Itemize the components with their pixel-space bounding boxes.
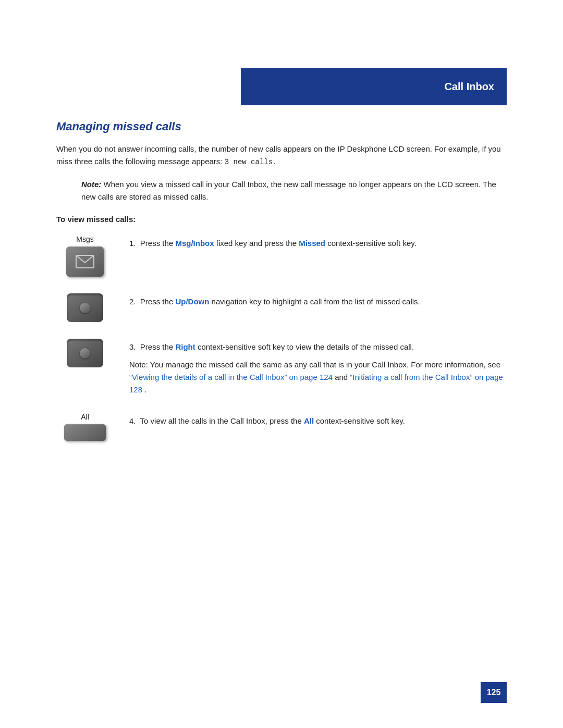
nav-center-2 [80,303,90,313]
envelope-icon [75,254,95,269]
step-icon-area-1: Msgs [56,235,114,277]
step-row-3: 3. Press the Right context-sensitive sof… [56,339,507,396]
step-text-4: 4. To view all the calls in the Call Inb… [129,413,507,427]
header-title: Call Inbox [444,81,494,93]
all-soft-key-button [64,424,106,441]
intro-code: 3 new calls. [225,158,277,166]
step3-note-text: You manage the missed call the same as a… [150,360,500,369]
page-number-box: 125 [481,682,507,703]
header-banner: Call Inbox [241,68,507,105]
step3-note-and: and [335,373,350,381]
step3-note-end: . [144,385,146,394]
note-block-1: Note: When you view a missed call in you… [81,178,507,203]
step-row-4: All 4. To view all the calls in the Call… [56,413,507,441]
step2-key1: Up/Down [175,297,209,306]
step1-key1: Msg/Inbox [175,239,214,248]
steps-container: Msgs 1. Press the Msg/Inbox fixed key an… [56,235,507,441]
step-icon-area-3 [56,339,114,367]
step3-note-label: Note: [129,360,148,369]
step-text-2: 2. Press the Up/Down navigation key to h… [129,293,507,308]
step-row-2: 2. Press the Up/Down navigation key to h… [56,293,507,322]
step-row-1: Msgs 1. Press the Msg/Inbox fixed key an… [56,235,507,277]
nav-center-3 [80,348,90,359]
step3-link1[interactable]: “Viewing the details of a call in the Ca… [129,373,333,381]
note1-label: Note: [81,180,101,189]
main-content: Managing missed calls When you do not an… [56,120,507,441]
to-view-heading: To view missed calls: [56,215,507,224]
intro-paragraph: When you do not answer incoming calls, t… [56,143,507,168]
section-title: Managing missed calls [56,120,507,133]
step3-note: Note: You manage the missed call the sam… [129,359,507,396]
step1-key2: Missed [299,239,325,248]
step-num-1: 1. [129,239,140,248]
step4-key1: All [304,416,314,425]
intro-text: When you do not answer incoming calls, t… [56,144,501,166]
step-num-4: 4. [129,416,140,425]
nav-key-button-3 [67,339,103,367]
nav-key-button-2 [67,293,103,322]
step3-key1: Right [175,342,195,351]
step-text-3: 3. Press the Right context-sensitive sof… [129,339,507,396]
step-num-3: 3. [129,342,140,351]
page-number: 125 [487,688,501,697]
step-text-1: 1. Press the Msg/Inbox fixed key and pre… [129,235,507,250]
step-icon-area-4: All [56,413,114,441]
step-icon-label-4: All [81,413,89,421]
step-num-2: 2. [129,297,140,306]
note1-text: When you view a missed call in your Call… [81,180,496,201]
msgs-key-button [66,246,104,277]
step-icon-area-2 [56,293,114,322]
step-icon-label-1: Msgs [76,235,93,243]
